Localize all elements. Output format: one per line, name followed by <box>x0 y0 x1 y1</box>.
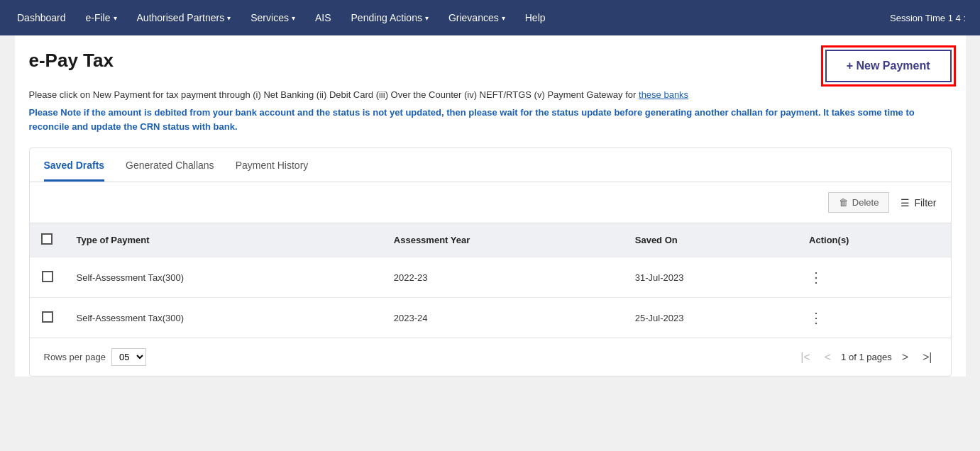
col-assessment-year: Assessment Year <box>382 223 624 257</box>
delete-button[interactable]: 🗑 Delete <box>828 192 890 213</box>
session-time: Session Time 1 4 : <box>883 13 973 23</box>
pagination-controls: |< < 1 of 1 pages > >| <box>796 350 936 365</box>
warning-text: Please Note if the amount is debited fro… <box>29 106 952 133</box>
nav-ais[interactable]: AIS <box>305 0 341 35</box>
row-menu-button-1[interactable]: ⋮ <box>809 310 824 325</box>
tab-bar: Saved Drafts Generated Challans Payment … <box>30 148 951 182</box>
nav-grievances[interactable]: Grievances ▾ <box>439 0 515 35</box>
drafts-table: Type of Payment Assessment Year Saved On… <box>30 223 951 338</box>
tab-saved-drafts[interactable]: Saved Drafts <box>44 148 105 182</box>
table-row: Self-Assessment Tax(300) 2022-23 31-Jul-… <box>30 257 951 298</box>
authorised-partners-chevron-icon: ▾ <box>227 14 231 22</box>
rows-per-page: Rows per page 05 10 25 <box>44 348 146 366</box>
pagination-bar: Rows per page 05 10 25 |< < 1 of 1 pages… <box>30 338 951 376</box>
table-row: Self-Assessment Tax(300) 2023-24 25-Jul-… <box>30 298 951 338</box>
cell-actions-0: ⋮ <box>798 257 950 298</box>
col-actions: Action(s) <box>798 223 950 257</box>
cell-actions-1: ⋮ <box>798 298 950 338</box>
rows-per-page-select[interactable]: 05 10 25 <box>111 348 146 366</box>
row-checkbox-0[interactable] <box>42 271 53 282</box>
last-page-button[interactable]: >| <box>918 350 937 365</box>
tab-payment-history[interactable]: Payment History <box>236 148 309 182</box>
cell-saved-on-1: 25-Jul-2023 <box>624 298 798 338</box>
nav-help[interactable]: Help <box>515 0 556 35</box>
cell-year-1: 2023-24 <box>382 298 624 338</box>
pending-actions-chevron-icon: ▾ <box>425 14 429 22</box>
services-chevron-icon: ▾ <box>292 14 295 22</box>
navbar: Dashboard e-File ▾ Authorised Partners ▾… <box>0 0 980 35</box>
these-banks-link[interactable]: these banks <box>639 89 688 100</box>
trash-icon: 🗑 <box>839 197 848 208</box>
nav-pending-actions[interactable]: Pending Actions ▾ <box>341 0 439 35</box>
first-page-button[interactable]: |< <box>796 350 815 365</box>
grievances-chevron-icon: ▾ <box>502 14 505 22</box>
nav-services[interactable]: Services ▾ <box>241 0 305 35</box>
main-card: Saved Drafts Generated Challans Payment … <box>29 147 952 377</box>
nav-dashboard[interactable]: Dashboard <box>7 0 76 35</box>
row-checkbox-cell <box>30 257 65 298</box>
col-type-of-payment: Type of Payment <box>65 223 382 257</box>
page-title: e-Pay Tax <box>29 50 114 72</box>
cell-saved-on-0: 31-Jul-2023 <box>624 257 798 298</box>
filter-icon: ☰ <box>901 197 910 208</box>
page-info: 1 of 1 pages <box>841 352 892 362</box>
next-page-button[interactable]: > <box>898 350 913 365</box>
tab-generated-challans[interactable]: Generated Challans <box>126 148 214 182</box>
filter-button[interactable]: ☰ Filter <box>901 197 936 208</box>
row-menu-button-0[interactable]: ⋮ <box>809 269 824 285</box>
nav-efile[interactable]: e-File ▾ <box>76 0 127 35</box>
new-payment-button[interactable]: + New Payment <box>825 50 952 82</box>
row-checkbox-cell <box>30 298 65 338</box>
nav-authorised-partners[interactable]: Authorised Partners ▾ <box>127 0 241 35</box>
table-toolbar: 🗑 Delete ☰ Filter <box>30 182 951 223</box>
info-text: Please click on New Payment for tax paym… <box>29 89 952 100</box>
header-checkbox-cell <box>30 223 65 257</box>
cell-type-1: Self-Assessment Tax(300) <box>65 298 382 338</box>
col-saved-on: Saved On <box>624 223 798 257</box>
cell-year-0: 2022-23 <box>382 257 624 298</box>
prev-page-button[interactable]: < <box>820 350 835 365</box>
cell-type-0: Self-Assessment Tax(300) <box>65 257 382 298</box>
efile-chevron-icon: ▾ <box>114 14 117 22</box>
row-checkbox-1[interactable] <box>42 311 53 323</box>
select-all-checkbox[interactable] <box>41 233 53 245</box>
